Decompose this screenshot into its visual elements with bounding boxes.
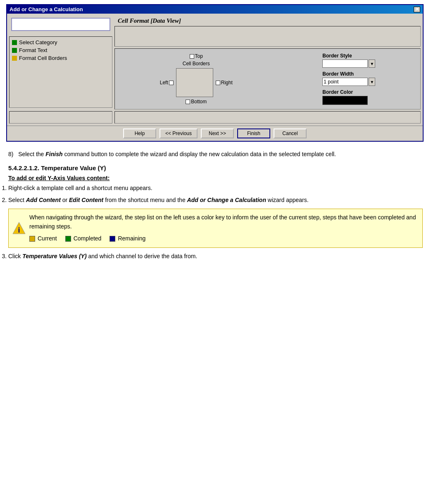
top-checkbox-row: Top [190,53,203,59]
border-style-group: Border Style ▼ [322,53,375,68]
step-8-instruction: 8) Select the Finish command button to c… [8,150,423,159]
bottom-checkbox[interactable] [186,100,190,104]
page-content: 8) Select the Finish command button to c… [0,146,431,268]
section-heading: 5.4.2.2.1.2. Temperature Value (Y) [8,164,423,171]
border-properties: Border Style ▼ Border Width 1 poi [322,53,375,105]
step-2-bold1: Add Content [26,197,61,203]
step-label-2: Format Text [19,47,47,53]
dialog-close-button[interactable]: ✕ [414,7,420,12]
step-2-bold3: Add or Change a Calculation [187,197,266,203]
border-box-wrapper: Left Right [160,68,233,97]
border-color-label: Border Color [322,89,375,95]
step-list: Select Category Format Text Format Cell … [9,36,112,108]
step-3-bold: Temperature Values (Y) [22,253,86,259]
svg-text:i: i [18,226,20,234]
top-label: Top [195,53,203,59]
help-button[interactable]: Help [123,128,156,138]
border-color-swatch[interactable] [322,96,368,105]
current-label: Current [38,234,57,243]
next-button[interactable]: Next >> [201,128,234,138]
border-style-select-row: ▼ [322,59,375,68]
remaining-label: Remaining [118,234,145,243]
border-width-group: Border Width 1 point ▼ [322,71,375,86]
bottom-label: Bottom [191,99,207,105]
border-width-label: Border Width [322,71,375,77]
completed-label: Completed [74,234,102,243]
dialog-title: Add or Change a Calculation [10,6,83,12]
previous-button[interactable]: << Previous [160,128,198,138]
right-panel: Cell Format [Data View] Top Cell Borders [114,16,421,124]
note-text: When navigating through the wizard, the … [29,213,417,231]
border-width-select-row: 1 point ▼ [322,78,375,86]
dialog-titlebar: Add or Change a Calculation ✕ [7,5,423,14]
border-width-value: 1 point [324,79,338,85]
dialog: Add or Change a Calculation ✕ Select Cat… [6,4,424,142]
dialog-buttons: Help << Previous Next >> Finish Cancel [7,126,423,141]
border-width-arrow[interactable]: ▼ [369,78,375,86]
step-1-text: Right-click a template cell and a shortc… [8,185,152,191]
step-3-pre: Click [8,253,22,259]
step-dot-green-2 [12,48,17,53]
finish-button[interactable]: Finish [237,128,270,138]
step-3-item: Click Temperature Values (Y) and which c… [8,252,423,261]
left-checkbox-row: Left [160,80,174,86]
top-checkbox[interactable] [190,54,194,59]
step-8-number: 8) [8,151,17,157]
step-3-list: Click Temperature Values (Y) and which c… [8,252,423,261]
border-color-group: Border Color [322,89,375,105]
name-input-box[interactable] [11,18,110,31]
border-style-arrow[interactable]: ▼ [369,59,375,68]
step-label-3: Format Cell Borders [19,55,67,61]
left-checkbox[interactable] [169,81,174,85]
step-dot-yellow-3 [12,56,17,61]
current-swatch [29,236,35,242]
sub-heading: To add or edit Y-Axis Values content: [8,175,423,181]
dialog-body: Select Category Format Text Format Cell … [7,14,423,126]
remaining-swatch [110,236,115,242]
right-panel-header [114,26,421,47]
right-label: Right [221,80,233,86]
step-2-mid2: from the shortcut menu and the [103,197,187,203]
current-key-item: Current [29,234,57,243]
border-style-select[interactable] [322,59,368,68]
bottom-checkbox-row: Bottom [186,99,207,105]
completed-key-item: Completed [65,234,102,243]
step-8-pre-text: Select the [18,151,45,157]
left-panel: Select Category Format Text Format Cell … [9,16,112,124]
step-1-item: Right-click a template cell and a shortc… [8,184,423,193]
completed-swatch [65,236,71,242]
border-preview-box [176,68,213,97]
remaining-key-item: Remaining [110,234,145,243]
border-width-select[interactable]: 1 point [322,78,368,86]
step-dot-green-1 [12,40,17,45]
color-key-row: Current Completed Remaining [29,234,417,243]
right-panel-title: Cell Format [Data View] [114,16,421,26]
cancel-button[interactable]: Cancel [274,128,307,138]
left-label: Left [160,80,168,86]
right-checkbox[interactable] [216,81,220,85]
step-2-mid: or [61,197,69,203]
step-label-1: Select Category [19,39,57,45]
step-2-bold2: Edit Content [69,197,103,203]
step-2-item: Select Add Content or Edit Content from … [8,196,423,204]
left-bottom-area [9,111,112,124]
step-item-2: Format Text [12,47,110,53]
cell-borders-group: Top Cell Borders Left [160,53,233,105]
right-bottom-area [114,111,421,124]
cell-borders-label: Cell Borders [183,61,210,67]
note-box: i When navigating through the wizard, th… [8,209,423,248]
step-item-3: Format Cell Borders [12,55,110,61]
step-item-1: Select Category [12,39,110,45]
borders-area: Top Cell Borders Left [114,48,421,109]
step-3-post: and which channel to derive the data fro… [87,253,198,259]
step-2-post: wizard appears. [266,197,309,203]
steps-list: Right-click a template cell and a shortc… [8,184,423,204]
border-style-label: Border Style [322,53,375,59]
step-2-pre: Select [8,197,26,203]
step-8-finish: Finish [45,151,62,157]
right-checkbox-row: Right [216,80,233,86]
warning-icon: i [12,221,26,235]
step-8-rest: command button to complete the wizard an… [63,151,336,157]
dialog-wrapper: Add or Change a Calculation ✕ Select Cat… [0,0,431,146]
